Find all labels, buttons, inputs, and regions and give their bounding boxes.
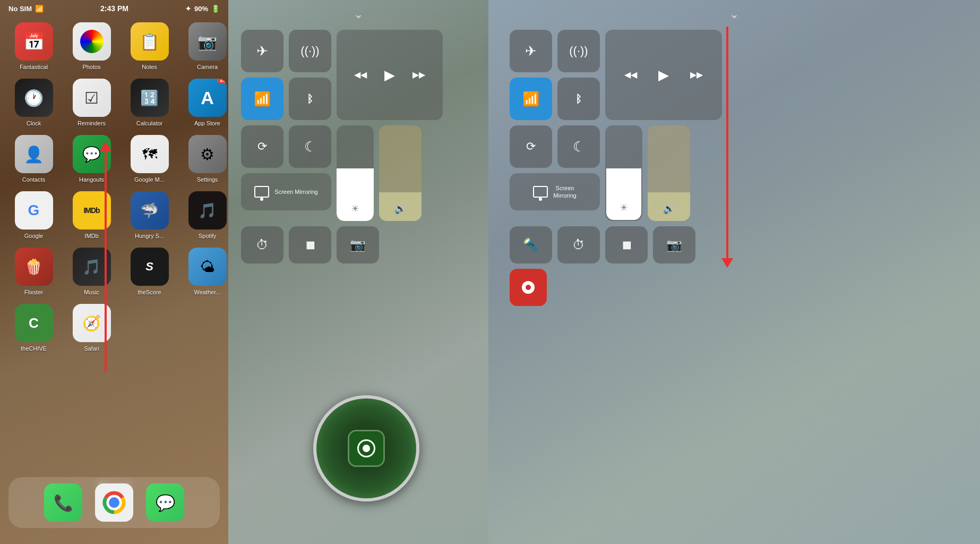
- cc-handle-middle: ⌄: [228, 0, 488, 21]
- appstore-badge: 26: [217, 79, 226, 83]
- bluetooth-icon-cc: ᛒ: [307, 93, 313, 105]
- app-weather[interactable]: 🌤 Weather...: [182, 248, 228, 295]
- p3-next-btn[interactable]: [690, 67, 703, 83]
- rotation-dnd-row: ⟳ ☾: [241, 125, 331, 168]
- rotation-lock-btn[interactable]: ⟳: [241, 125, 283, 168]
- p3-prev-btn[interactable]: [624, 67, 637, 83]
- p3-conn-bottom: 📶 ᛒ: [510, 78, 600, 120]
- notes-icon-img: 📋: [131, 22, 169, 61]
- spotify-label: Spotify: [199, 233, 217, 239]
- settings-icon-img: ⚙: [188, 135, 227, 173]
- p3-play-btn[interactable]: [658, 67, 669, 83]
- chrome-icon-img: [95, 483, 133, 522]
- app-safari[interactable]: 🧭 Safari: [66, 304, 117, 352]
- p3-brightness-slider[interactable]: ☀: [605, 125, 642, 221]
- app-music[interactable]: 🎵 Music: [66, 248, 117, 295]
- wifi-icon-cc: 📶: [254, 91, 271, 107]
- p3-airplane-btn[interactable]: ✈: [510, 30, 552, 72]
- p3-timer-btn[interactable]: ⏱: [557, 226, 600, 264]
- appstore-icon-img: A 26: [188, 79, 227, 117]
- p3-wifi-icon: 📶: [522, 91, 539, 107]
- p3-calculator-btn[interactable]: ▦: [605, 226, 648, 264]
- app-hungrys[interactable]: 🦈 Hungry S...: [124, 191, 175, 239]
- dock: 📞 💬: [8, 477, 220, 528]
- connectivity-row-top: ✈ ((·)): [241, 30, 331, 72]
- next-btn[interactable]: [412, 67, 425, 83]
- app-clock[interactable]: 🕐 Clock: [8, 79, 59, 126]
- brightness-slider[interactable]: ☀: [337, 125, 374, 221]
- p3-volume-slider[interactable]: 🔊: [648, 125, 690, 221]
- timer-btn[interactable]: ⏱: [241, 226, 283, 264]
- flixster-label: Flixster: [24, 289, 43, 295]
- app-photos[interactable]: Photos: [66, 22, 117, 70]
- contacts-label: Contacts: [22, 176, 45, 183]
- photos-label: Photos: [82, 64, 100, 70]
- app-calculator[interactable]: 🔢 Calculator: [124, 79, 175, 126]
- bluetooth-icon: ✦: [185, 5, 191, 13]
- p3-cellular-btn[interactable]: ((·)): [557, 30, 600, 72]
- iphone-home-screen: No SIM 📶 2:43 PM ✦ 90% 🔋 📅 Fantastical P…: [0, 0, 228, 544]
- app-camera[interactable]: 📷 Camera: [182, 22, 228, 70]
- googlemaps-icon-img: 🗺: [131, 135, 169, 173]
- dock-phone[interactable]: 📞: [44, 483, 82, 522]
- p3-bottom-left: ⟳ ☾ ScreenMirroring: [510, 125, 600, 210]
- camera-icon-img: 📷: [188, 22, 227, 61]
- p3-bluetooth-btn[interactable]: ᛒ: [557, 78, 600, 120]
- bluetooth-btn[interactable]: ᛒ: [289, 78, 331, 120]
- app-contacts[interactable]: 👤 Contacts: [8, 135, 59, 183]
- p3-screen-mirroring-btn[interactable]: ScreenMirroring: [510, 173, 600, 210]
- p3-rotation-btn[interactable]: ⟳: [510, 125, 552, 168]
- p3-dnd-btn[interactable]: ☾: [557, 125, 600, 168]
- p3-row-bottom: 🔦 ⏱ ▦ 📷: [510, 226, 959, 264]
- clock-icon-img: 🕐: [15, 79, 53, 117]
- media-buttons-row: [345, 67, 434, 83]
- app-imdb[interactable]: IMDb IMDb: [66, 191, 117, 239]
- empty-slot-2: [182, 304, 220, 342]
- app-googlemaps[interactable]: 🗺 Google M...: [124, 135, 175, 183]
- flixster-icon-img: 🍿: [15, 248, 53, 286]
- p3-record-dot: [526, 285, 531, 290]
- status-bar-right: ✦ 90% 🔋: [185, 5, 220, 13]
- app-reminders[interactable]: ☑ Reminders: [66, 79, 117, 126]
- calculator-btn[interactable]: ▦: [289, 226, 331, 264]
- p3-flashlight-icon: 🔦: [523, 237, 539, 252]
- moon-icon: ☾: [304, 139, 316, 155]
- music-label: Music: [84, 289, 99, 295]
- p3-camera-btn[interactable]: 📷: [653, 226, 695, 264]
- wifi-btn[interactable]: 📶: [241, 78, 283, 120]
- cellular-btn[interactable]: ((·)): [289, 30, 331, 72]
- volume-slider[interactable]: 🔊: [379, 125, 422, 221]
- p3-record-btn[interactable]: [510, 269, 547, 306]
- screen-mirroring-btn[interactable]: Screen Mirroring: [241, 173, 331, 210]
- app-appstore[interactable]: A 26 App Store: [182, 79, 228, 126]
- app-spotify[interactable]: 🎵 Spotify: [182, 191, 228, 239]
- camera-btn[interactable]: 📷: [337, 226, 379, 264]
- p3-flashlight-btn[interactable]: 🔦: [510, 226, 552, 264]
- airplane-mode-btn[interactable]: ✈: [241, 30, 283, 72]
- spotify-icon-img: 🎵: [188, 191, 227, 230]
- media-controls: [337, 30, 443, 120]
- wifi-icon: 📶: [35, 5, 44, 13]
- p3-calculator-icon: ▦: [622, 239, 631, 251]
- app-notes[interactable]: 📋 Notes: [124, 22, 175, 70]
- prev-btn[interactable]: [354, 67, 367, 83]
- app-settings[interactable]: ⚙ Settings: [182, 135, 228, 183]
- p3-media-buttons: [614, 67, 713, 83]
- dock-chrome[interactable]: [95, 483, 133, 522]
- app-thescore[interactable]: S theScore: [124, 248, 175, 295]
- safari-label: Safari: [84, 345, 99, 352]
- connectivity-row-bottom: 📶 ᛒ: [241, 78, 331, 120]
- app-fantastical[interactable]: 📅 Fantastical: [8, 22, 59, 70]
- play-btn[interactable]: [384, 67, 395, 83]
- app-thechive[interactable]: C theCHIVE: [8, 304, 59, 352]
- p3-wifi-btn[interactable]: 📶: [510, 78, 552, 120]
- record-icon-ring: [357, 439, 375, 457]
- do-not-disturb-btn[interactable]: ☾: [289, 125, 331, 168]
- imdb-label: IMDb: [84, 233, 98, 239]
- cc-row-2: ⟳ ☾ Screen Mirroring ☀: [241, 125, 476, 221]
- dock-messages[interactable]: 💬: [146, 483, 184, 522]
- camera-label: Camera: [197, 64, 218, 70]
- google-label: Google: [24, 233, 43, 239]
- app-google[interactable]: G Google: [8, 191, 59, 239]
- app-flixster[interactable]: 🍿 Flixster: [8, 248, 59, 295]
